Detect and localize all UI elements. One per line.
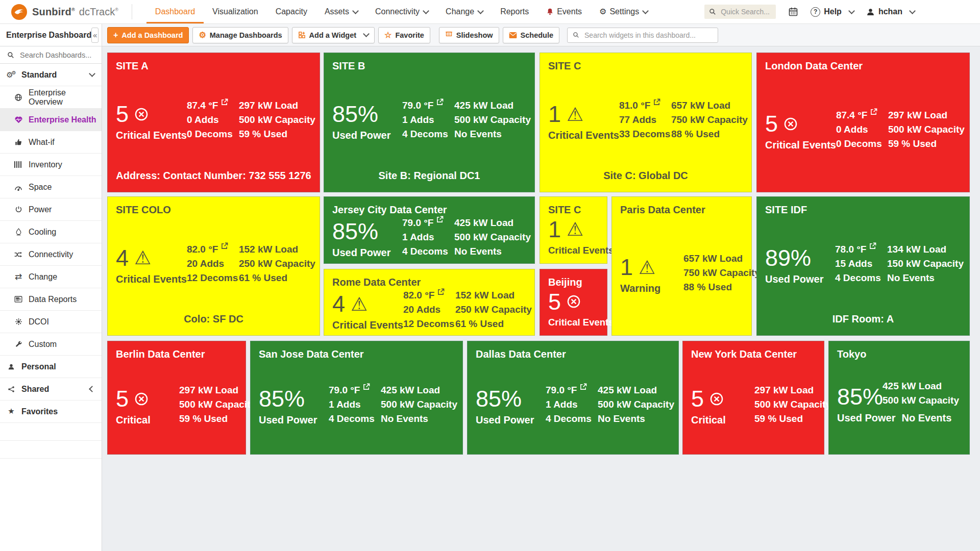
warning-icon: ⚠ [639,258,655,277]
sidebar-item-personal[interactable]: Personal [0,356,102,378]
quick-search[interactable] [704,5,776,19]
nav-item-visualization[interactable]: Visualization [204,0,267,23]
sidebar-item-what-if[interactable]: What-if [0,131,102,154]
metric-label: Used Power [476,414,546,426]
widget-search[interactable] [567,28,718,43]
external-link-icon[interactable] [221,98,228,106]
sidebar-item-data-reports[interactable]: Data Reports [0,288,102,311]
tile-stat-line: 61 % Used [239,271,315,285]
external-link-icon[interactable] [580,383,587,390]
tile-metric: 1⚠Critical Events [548,218,601,256]
nav-item-events[interactable]: Events [537,0,591,23]
quick-search-input[interactable] [720,7,771,16]
tile-stat-line: 0 Adds [187,113,239,127]
external-link-icon[interactable] [869,242,876,249]
dashboard-tile-rome[interactable]: Rome Data Center4⚠Critical Events82.0 °F… [324,269,535,336]
tile-stat-line: 134 kW Load [887,242,964,257]
schedule-button[interactable]: Schedule [503,27,559,43]
nav-item-settings[interactable]: ⚙Settings [591,0,656,23]
metric-value: 85% [476,387,522,411]
nav-item-dashboard[interactable]: Dashboard [146,0,204,23]
sidebar-item-label: What-if [29,138,55,147]
globe-icon [13,93,23,102]
dashboard-tile-site-b[interactable]: SITE B85%Used Power79.0 °F1 Adds4 Decoms… [324,53,535,192]
dashboard-tile-site-c-mini[interactable]: SITE C1⚠Critical Events [540,196,607,264]
add-widget-button[interactable]: Add a Widget [292,27,375,43]
dashboard-tile-new-york[interactable]: New York Data Center5Critical297 kW Load… [682,341,824,455]
external-link-icon[interactable] [653,98,660,106]
nav-item-reports[interactable]: Reports [492,0,537,23]
metric-label: Used Power [332,247,402,259]
shuffle-icon [13,251,23,258]
tile-stat-line: 77 Adds [619,113,671,127]
slideshow-icon [445,31,453,39]
tile-stat-line: 500 kW Capacity [888,122,965,137]
external-link-icon[interactable] [363,383,370,390]
help-menu[interactable]: ? Help [811,7,854,17]
main-menu: DashboardVisualizationCapacityAssetsConn… [146,0,656,23]
metric-label: Warning [620,283,673,294]
brand-logo[interactable]: Sunbird® dcTrack® [0,4,118,20]
nav-item-capacity[interactable]: Capacity [267,0,316,23]
tile-title: Dallas Data Center [476,348,670,360]
metric-label: Used Power [332,130,402,141]
nav-item-connectivity[interactable]: Connectivity [366,0,437,23]
sidebar-search-input[interactable] [19,51,92,60]
tile-stat-line: 500 kW Capacity [598,397,674,412]
sidebar-item-shared[interactable]: Shared [0,378,102,400]
warning-icon: ⚠ [567,220,583,239]
dashboard-tile-site-idf[interactable]: SITE IDF89%Used Power78.0 °F15 Adds4 Dec… [756,196,970,336]
sidebar-search[interactable] [0,46,102,64]
sidebar-item-change[interactable]: ⇄Change [0,266,102,288]
sidebar-collapse-button[interactable]: « [91,28,99,43]
nav-item-assets[interactable]: Assets [316,0,366,23]
sidebar-item-connectivity[interactable]: Connectivity [0,243,102,266]
dashboard-tile-beijing[interactable]: Beijing5Critical Events [540,269,607,336]
dashboard-tile-site-colo[interactable]: SITE COLO4⚠Critical Events82.0 °F20 Adds… [107,196,320,336]
chevron-left-icon [89,386,95,392]
sidebar-item-cooling[interactable]: Cooling [0,221,102,243]
external-link-icon[interactable] [437,288,445,295]
sidebar-item-space[interactable]: Space [0,176,102,198]
dashboard-tile-site-a[interactable]: SITE A5Critical Events87.4 °F0 Adds0 Dec… [107,53,320,192]
external-link-icon[interactable] [870,108,877,115]
dashboard-tile-site-c[interactable]: SITE C1⚠Critical Events81.0 °F77 Adds33 … [540,53,752,192]
sidebar-item-dcoi[interactable]: DCOI [0,311,102,333]
sidebar-item-standard[interactable]: ⚙⚙Standard [0,64,102,86]
user-menu[interactable]: hchan [866,7,915,16]
sidebar-item-enterprise-overview[interactable]: Enterprise Overview [0,86,102,109]
thumbs-up-icon [13,138,23,146]
add-dashboard-button[interactable]: + Add a Dashboard [107,27,189,43]
external-link-icon[interactable] [436,216,444,223]
external-link-icon[interactable] [436,98,444,106]
manage-dashboards-button[interactable]: ⚙ Manage Dashboards [192,27,288,43]
dashboard-tile-san-jose[interactable]: San Jose Data Center85%Used Power79.0 °F… [250,341,463,455]
dashboard-tile-tokyo[interactable]: Tokyo85%Used PowerNo Events425 kW Load50… [828,341,970,455]
chevron-down-icon [909,8,916,14]
gear-icon: ⚙ [199,31,206,39]
sidebar-item-label: Standard [21,70,57,80]
sidebar-item-inventory[interactable]: Inventory [0,154,102,176]
dashboard-tile-london[interactable]: London Data Center5Critical Events87.4 °… [756,53,970,192]
dashboard-tile-paris[interactable]: Paris Data Center1⚠Warning657 kW Load750… [611,196,752,336]
calendar-icon[interactable] [788,7,798,17]
dashboard-tile-dallas[interactable]: Dallas Data Center85%Used Power79.0 °F1 … [467,341,679,455]
sidebar-item-power[interactable]: Power [0,198,102,221]
dashboard-tile-berlin[interactable]: Berlin Data Center5Critical297 kW Load50… [107,341,246,455]
nav-item-change[interactable]: Change [437,0,492,23]
sidebar-items: ⚙⚙StandardEnterprise OverviewEnterprise … [0,64,102,423]
barcode-icon [13,161,23,168]
dashboard-tile-jersey-city[interactable]: Jersey City Data Center85%Used Power79.0… [324,196,535,264]
favorite-button[interactable]: ☆ Favorite [378,27,430,43]
help-icon: ? [811,7,820,17]
sidebar-item-favorites[interactable]: ★Favorites [0,400,102,423]
warning-icon: ⚠ [567,105,583,124]
slideshow-button[interactable]: Slideshow [439,27,499,43]
sidebar-item-custom[interactable]: Custom [0,333,102,356]
tile-stat-line: 4 Decoms [402,244,454,259]
external-link-icon[interactable] [221,242,228,249]
sidebar-item-label: Shared [21,385,49,394]
widget-search-input[interactable] [583,31,713,40]
tile-footer: Address: Contact Number: 732 555 1276 [116,168,311,187]
sidebar-item-enterprise-health[interactable]: Enterprise Health [0,109,102,131]
